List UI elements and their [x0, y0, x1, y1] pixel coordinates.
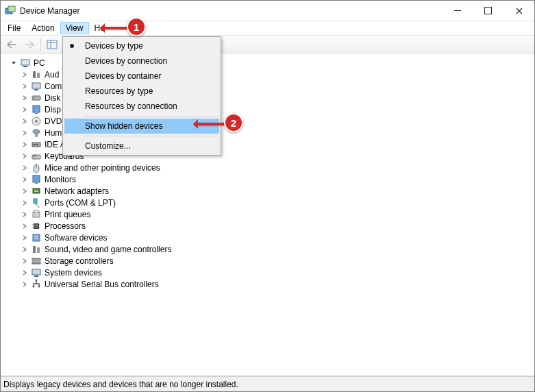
status-text: Displays legacy devices and devices that… — [3, 380, 238, 389]
caret-right-icon[interactable] — [21, 281, 28, 288]
device-category-icon — [31, 244, 42, 255]
device-category-icon — [31, 279, 42, 290]
menu-item[interactable]: Devices by container — [64, 69, 219, 84]
tree-item[interactable]: Ports (COM & LPT) — [5, 197, 534, 208]
caret-down-icon[interactable] — [10, 60, 17, 66]
nav-forward-button[interactable] — [21, 37, 38, 52]
svg-rect-7 — [21, 60, 29, 65]
svg-rect-48 — [37, 247, 40, 253]
svg-rect-16 — [35, 113, 38, 114]
menu-item-label: Devices by connection — [85, 56, 167, 66]
tree-item[interactable]: System devices — [5, 267, 534, 278]
tree-item-label: Mice and other pointing devices — [45, 163, 160, 173]
svg-rect-32 — [33, 188, 40, 193]
svg-rect-35 — [34, 199, 37, 204]
svg-rect-8 — [23, 66, 27, 67]
tree-item-label: Processors — [45, 221, 86, 231]
tree-item[interactable]: Universal Serial Bus controllers — [5, 278, 534, 290]
svg-rect-49 — [32, 258, 40, 260]
caret-right-icon[interactable] — [21, 95, 28, 101]
device-category-icon — [31, 139, 42, 150]
menu-action[interactable]: Action — [26, 22, 60, 34]
svg-rect-37 — [34, 210, 38, 212]
toolbar-separator — [40, 38, 41, 51]
nav-back-button[interactable] — [3, 37, 20, 52]
caret-right-icon[interactable] — [21, 164, 28, 171]
caret-right-icon[interactable] — [21, 176, 28, 183]
menubar: File Action View He — [1, 21, 534, 35]
tree-item-label: Aud — [45, 70, 59, 79]
menu-item[interactable]: Resources by type — [64, 84, 219, 99]
device-category-icon — [31, 197, 42, 208]
caret-right-icon[interactable] — [21, 130, 28, 136]
menu-item[interactable]: Devices by connection — [64, 53, 219, 69]
tree-item-label: DVD — [45, 117, 62, 126]
tree-item-label: Hum — [45, 128, 62, 138]
menu-item[interactable]: Resources by connection — [64, 99, 219, 114]
checked-icon — [70, 44, 74, 48]
tree-item[interactable]: Monitors — [5, 173, 534, 185]
tree-item[interactable]: Storage controllers — [5, 255, 534, 267]
caret-right-icon[interactable] — [21, 269, 28, 276]
tree-item-label: Sound, video and game controllers — [45, 245, 171, 254]
caret-right-icon[interactable] — [21, 141, 28, 148]
close-button[interactable] — [503, 1, 534, 21]
tree-item[interactable]: Processors — [5, 220, 534, 232]
caret-right-icon[interactable] — [21, 188, 28, 195]
device-category-icon — [31, 81, 42, 92]
caret-right-icon[interactable] — [21, 258, 28, 265]
tree-item[interactable]: Mice and other pointing devices — [5, 162, 534, 173]
device-category-icon — [31, 186, 42, 197]
tree-item-label: Ports (COM & LPT) — [45, 198, 116, 208]
tree-item[interactable]: Print queues — [5, 208, 534, 220]
svg-rect-10 — [37, 73, 40, 78]
svg-rect-31 — [35, 183, 38, 184]
menu-file[interactable]: File — [2, 22, 26, 34]
caret-right-icon[interactable] — [21, 199, 28, 206]
tree-item[interactable]: Network adapters — [5, 185, 534, 197]
menu-separator — [84, 116, 218, 117]
device-category-icon — [31, 209, 42, 220]
tree-item[interactable]: Sound, video and game controllers — [5, 243, 534, 255]
tree-item-label: Network adapters — [45, 186, 109, 196]
menu-item-label: Devices by container — [85, 71, 161, 81]
device-category-icon — [31, 69, 42, 80]
menu-item-label: Customize... — [85, 141, 131, 151]
device-category-icon — [31, 232, 42, 243]
annotation-arrow — [194, 123, 227, 125]
show-hide-tree-button[interactable] — [44, 37, 60, 52]
svg-rect-30 — [33, 175, 40, 182]
tree-item[interactable]: Software devices — [5, 232, 534, 243]
device-category-icon — [31, 267, 42, 278]
caret-right-icon[interactable] — [21, 83, 28, 90]
menu-item[interactable]: Customize... — [64, 138, 219, 154]
svg-rect-23 — [36, 144, 38, 145]
svg-rect-27 — [36, 156, 37, 157]
svg-rect-51 — [32, 269, 40, 275]
menu-view[interactable]: View — [60, 22, 89, 34]
svg-rect-12 — [34, 89, 38, 90]
caret-right-icon[interactable] — [21, 234, 28, 241]
device-manager-window: Device Manager File Action View He ? — [0, 0, 535, 392]
device-category-icon — [31, 127, 42, 138]
caret-right-icon[interactable] — [21, 223, 28, 230]
tree-item-label: Universal Serial Bus controllers — [45, 280, 159, 289]
caret-right-icon[interactable] — [21, 211, 28, 218]
svg-rect-15 — [33, 106, 40, 112]
annotation-2: 2 — [224, 113, 243, 132]
annotation-1: 1 — [127, 17, 146, 36]
view-dropdown-menu: Devices by typeDevices by connectionDevi… — [62, 36, 221, 156]
device-category-icon — [31, 116, 42, 127]
minimize-button[interactable] — [442, 1, 473, 21]
caret-right-icon[interactable] — [21, 246, 28, 253]
svg-point-55 — [38, 285, 40, 287]
caret-right-icon[interactable] — [21, 71, 28, 78]
svg-rect-52 — [34, 275, 38, 277]
menu-item[interactable]: Devices by type — [64, 38, 219, 53]
caret-right-icon[interactable] — [21, 118, 28, 125]
caret-right-icon[interactable] — [21, 106, 28, 113]
device-category-icon — [31, 93, 42, 103]
maximize-button[interactable] — [473, 1, 503, 21]
caret-right-icon[interactable] — [21, 153, 28, 160]
svg-rect-9 — [33, 71, 36, 78]
